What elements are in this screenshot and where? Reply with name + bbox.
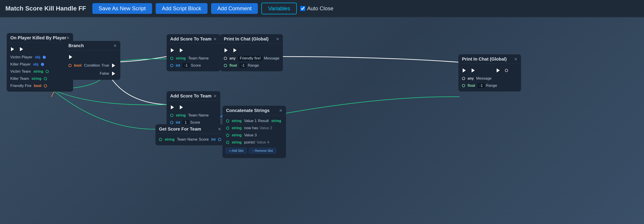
close-add-score-2-button[interactable]: ✕ <box>213 94 217 98</box>
svg-marker-0 <box>11 47 14 51</box>
svg-marker-4 <box>112 72 115 76</box>
exec-row-add-score-2 <box>166 103 220 112</box>
port-team-name-2: string Team Name <box>166 112 220 119</box>
exec-in-pin-print-2[interactable] <box>461 67 467 74</box>
dot-value-2 <box>226 126 229 130</box>
port-team-name-1: string Team Name <box>166 55 220 62</box>
node-title-get-score: Get Score For Team <box>159 126 201 132</box>
node-branch: Branch ✕ bool Condition True <box>65 41 120 80</box>
toolbar: Match Score Kill Handle FF Save As New S… <box>0 0 644 18</box>
exec-row-print-2 <box>458 66 521 75</box>
node-on-player-killed: On Player Killed By Player ✕ Victim Play… <box>7 33 73 92</box>
exec-true-pin[interactable] <box>110 62 117 69</box>
close-get-score-button[interactable]: ✕ <box>218 127 221 132</box>
svg-marker-2 <box>69 55 72 59</box>
dot-message-1 <box>224 57 227 60</box>
exec-row-out <box>7 45 73 54</box>
port-value-3: string Value 3 <box>222 132 286 139</box>
exec-out-pin-add-score-1[interactable] <box>178 47 184 54</box>
node-concatenate: Concatenate Strings ✕ string Value 1 Res… <box>222 106 286 158</box>
svg-marker-11 <box>463 68 466 72</box>
exec-false-pin[interactable] <box>110 70 117 77</box>
exec-in-pin[interactable] <box>10 46 16 52</box>
variables-button[interactable]: Variables <box>262 3 297 14</box>
slot-buttons: + Add Slot − Remove Slot <box>222 146 286 156</box>
port-killer-player: Killer Player obj <box>7 61 73 68</box>
close-print-global-1-button[interactable]: ✕ <box>276 37 279 42</box>
exec-out-pin[interactable] <box>18 46 24 52</box>
node-title-print-global-1: Print In Chat (Global) <box>224 36 268 42</box>
close-on-player-killed-button[interactable]: ✕ <box>66 36 70 40</box>
exec-in-pin-add-score-2[interactable] <box>169 104 176 110</box>
dot-range-1 <box>224 64 227 67</box>
dot-range-2 <box>462 84 465 87</box>
svg-marker-8 <box>234 48 236 52</box>
node-add-score-1: Add Score To Team ✕ string Team Name int <box>166 34 220 71</box>
exec-row-add-score-1 <box>166 46 220 55</box>
port-value-4: string points! Value 4 <box>222 139 286 146</box>
port-value-2: string now has Value 2 <box>222 124 286 132</box>
port-range-2: float -1 Range <box>458 82 521 89</box>
svg-marker-13 <box>497 68 500 72</box>
auto-close-label[interactable]: Auto Close <box>300 5 333 12</box>
close-branch-button[interactable]: ✕ <box>113 43 117 48</box>
node-title-add-score-1: Add Score To Team <box>170 36 212 42</box>
exec-out-pin-add-score-2[interactable] <box>178 104 184 110</box>
dot-condition-in <box>68 64 72 67</box>
node-body-on-player-killed: Victim Player obj Killer Player obj Vict… <box>7 42 73 92</box>
add-comment-button[interactable]: Add Comment <box>211 3 258 14</box>
dot-score-2 <box>170 121 173 124</box>
svg-marker-6 <box>180 48 183 52</box>
close-concatenate-button[interactable]: ✕ <box>279 108 282 113</box>
dot-friendly-fire <box>44 84 47 88</box>
port-condition: bool Condition True <box>65 62 120 70</box>
svg-marker-1 <box>20 47 23 51</box>
port-score-1: int -1 Score <box>166 62 220 69</box>
node-body-print-global-1: any Friendly fire! Message float -1 Rang… <box>220 44 283 71</box>
node-header-concatenate: Concatenate Strings ✕ <box>222 106 286 115</box>
node-print-global-1: Print In Chat (Global) ✕ any Friendly fi… <box>220 34 283 71</box>
node-body-concatenate: string Value 1 Result string string now … <box>222 115 286 158</box>
svg-marker-10 <box>180 105 183 109</box>
dot-value-3 <box>226 134 229 137</box>
port-victim-player: Victim Player obj <box>7 54 73 61</box>
close-add-score-1-button[interactable]: ✕ <box>213 37 217 42</box>
port-get-team-name: string Team Name Score int <box>156 136 225 143</box>
remove-slot-button[interactable]: − Remove Slot <box>249 148 276 154</box>
script-canvas[interactable]: On Player Killed By Player ✕ Victim Play… <box>0 18 644 224</box>
close-print-global-2-button[interactable]: ✕ <box>514 57 518 62</box>
node-title-print-global-2: Print In Chat (Global) <box>462 56 507 62</box>
node-header-add-score-2: Add Score To Team ✕ <box>166 91 220 100</box>
dot-team-name-1 <box>170 57 173 60</box>
svg-marker-5 <box>171 48 174 52</box>
node-get-score: Get Score For Team ✕ string Team Name Sc… <box>156 124 225 145</box>
add-slot-button[interactable]: + Add Slot <box>226 148 247 154</box>
exec-in-pin-branch[interactable] <box>68 54 74 60</box>
exec-out-pin-print-1[interactable] <box>232 47 238 54</box>
svg-marker-3 <box>112 64 115 68</box>
node-print-global-2: Print In Chat (Global) ✕ any Mess <box>458 54 521 92</box>
node-header-print-global-1: Print In Chat (Global) ✕ <box>220 34 283 44</box>
exec-row-print-1 <box>220 46 283 55</box>
dot-score-1 <box>170 64 173 67</box>
node-body-get-score: string Team Name Score int <box>156 134 225 145</box>
save-as-new-script-button[interactable]: Save As New Script <box>92 3 152 14</box>
exec-out-pin-print-2b[interactable] <box>495 67 501 74</box>
svg-marker-7 <box>224 48 228 52</box>
port-message-1: any Friendly fire! Message <box>220 55 283 62</box>
exec-out-pin-print-2[interactable] <box>470 67 476 74</box>
dot-out-print-2 <box>505 69 508 72</box>
node-add-score-2: Add Score To Team ✕ string Team Name int <box>166 91 220 128</box>
port-killer-team: Killer Team string <box>7 75 73 82</box>
node-title-on-player-killed: On Player Killed By Player <box>10 35 66 40</box>
node-header-print-global-2: Print In Chat (Global) ✕ <box>458 54 521 64</box>
exec-in-pin-add-score-1[interactable] <box>169 47 176 54</box>
node-header-on-player-killed: On Player Killed By Player ✕ <box>7 33 73 42</box>
add-script-block-button[interactable]: Add Script Block <box>156 3 208 14</box>
auto-close-checkbox[interactable] <box>300 6 305 11</box>
svg-marker-9 <box>171 105 174 109</box>
node-body-print-global-2: any Message float -1 Range <box>458 64 521 92</box>
exec-in-pin-print-1[interactable] <box>223 47 229 54</box>
node-title-add-score-2: Add Score To Team <box>170 94 212 98</box>
node-body-branch: bool Condition True False <box>65 50 120 80</box>
